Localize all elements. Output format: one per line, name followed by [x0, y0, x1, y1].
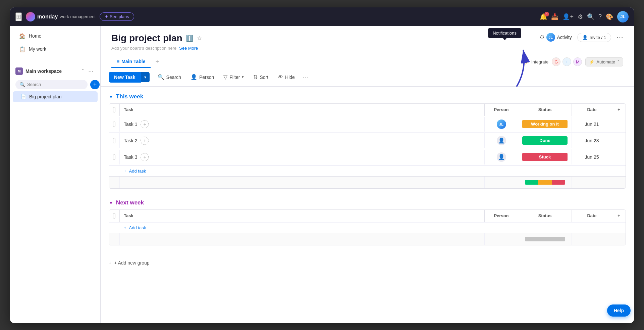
row3-person-cell: 👤 — [485, 149, 518, 165]
row1-person-avatar[interactable]: JL — [497, 120, 506, 129]
new-task-caret[interactable]: ▾ — [141, 72, 150, 82]
board-info-icon[interactable]: ℹ️ — [186, 35, 193, 42]
invite-label: Invite / 1 — [590, 35, 606, 40]
my-work-icon: 📋 — [19, 46, 25, 52]
row2-date-cell[interactable]: Jun 23 — [572, 133, 612, 148]
row2-status-badge[interactable]: Done — [522, 136, 568, 145]
board-star-icon[interactable]: ☆ — [197, 35, 202, 42]
add-task-row-next-week[interactable]: + Add task — [109, 222, 626, 233]
invite-people-icon[interactable]: 👤+ — [562, 13, 574, 20]
row1-date-cell[interactable]: Jun 21 — [572, 117, 612, 132]
see-more-link[interactable]: See More — [179, 46, 198, 51]
gmail-icon[interactable]: G — [552, 57, 560, 66]
sidebar-search-input[interactable] — [27, 82, 84, 87]
plus-icon[interactable]: + — [562, 57, 571, 66]
add-task-row-this-week[interactable]: + Add task — [109, 166, 626, 176]
workspace-header[interactable]: M Main workspace ˅ ⋯ — [10, 65, 100, 78]
activity-button[interactable]: ⏱ JL Activity — [540, 33, 572, 42]
color-picker-icon[interactable]: 🎨 — [606, 13, 613, 20]
board-description: Add your board's description here — [111, 46, 176, 51]
person-toolbar-button[interactable]: 👤 Person — [186, 72, 218, 82]
status-bar-mini2 — [525, 237, 565, 241]
row2-checkbox[interactable] — [113, 138, 115, 143]
select-all-checkbox2[interactable] — [113, 213, 115, 219]
group-title-next-week: Next week — [116, 199, 144, 206]
add-task-label: Add task — [129, 169, 146, 174]
th2-date: Date — [572, 210, 612, 222]
help-button[interactable]: Help — [607, 304, 631, 317]
automate-button[interactable]: ⚡ Automate ˄ — [585, 57, 623, 66]
sidebar-board-item[interactable]: 📄 Big project plan — [13, 91, 98, 102]
tab-main-table[interactable]: ≡ Main Table — [111, 56, 151, 68]
search-icon[interactable]: 🔍 — [587, 13, 594, 20]
sort-toolbar-icon: ⇅ — [253, 74, 258, 80]
mail-icon[interactable]: M — [573, 57, 582, 66]
automate-chevron: ˄ — [617, 59, 620, 64]
row1-add-person-icon[interactable]: + — [141, 120, 149, 128]
workspace-chevron[interactable]: ˅ — [80, 67, 86, 75]
summary2-person — [485, 233, 518, 245]
th-add-col[interactable]: + — [612, 104, 626, 116]
row1-task-name: Task 1 — [124, 122, 137, 127]
row1-status-cell: Working on it — [518, 116, 572, 132]
apps-icon[interactable]: ⚙ — [578, 13, 583, 20]
row3-date-cell[interactable]: Jun 25 — [572, 150, 612, 164]
row3-status-badge[interactable]: Stuck — [522, 153, 568, 161]
sidebar-item-home[interactable]: 🏠 Home — [15, 30, 95, 42]
add-task-icon2: + — [124, 225, 126, 230]
automate-label: Automate — [596, 59, 615, 64]
activity-avatar: JL — [546, 33, 555, 42]
row2-add-person-icon[interactable]: + — [141, 137, 149, 145]
add-tab-button[interactable]: + — [152, 56, 162, 67]
content-wrapper: Big project plan ℹ️ ☆ Add your board's d… — [101, 26, 634, 323]
grid-menu-icon[interactable]: ⊞ — [15, 12, 22, 21]
group-next-week: ▼ Next week Task Person Status — [109, 199, 626, 245]
th2-add-col[interactable]: + — [612, 210, 626, 222]
row1-status-badge[interactable]: Working on it — [522, 120, 568, 128]
add-new-group-button[interactable]: + + Add new group — [109, 256, 626, 270]
new-task-button[interactable]: New Task — [109, 72, 141, 83]
group-collapse-button[interactable]: ▼ — [109, 94, 113, 99]
workspace-more[interactable]: ⋯ — [87, 67, 95, 75]
sidebar-search-icon: 🔍 — [19, 82, 25, 87]
group-next-week-collapse-button[interactable]: ▼ — [109, 200, 113, 205]
person-toolbar-icon: 👤 — [191, 74, 197, 80]
notifications-button[interactable]: 🔔 1 — [540, 13, 547, 20]
sidebar-add-button[interactable]: + — [90, 80, 100, 89]
help-icon[interactable]: ? — [598, 13, 602, 20]
row3-checkbox[interactable] — [113, 154, 115, 160]
row1-checkbox[interactable] — [113, 122, 115, 127]
toolbar-more-button[interactable]: ⋯ — [300, 72, 312, 83]
user-avatar[interactable]: JL — [617, 11, 629, 22]
task-table-this-week: Task Person Status Date + — [109, 103, 626, 189]
th-task: Task — [120, 104, 485, 116]
integrate-area: ⚡ Integrate G + M ⚡ Automate — [524, 57, 623, 66]
activity-icon: ⏱ — [540, 35, 544, 40]
row2-person-cell: 👤 — [485, 133, 518, 149]
filter-toolbar-button[interactable]: ▽ Filter ▾ — [219, 72, 248, 82]
row1-person-cell: JL — [485, 116, 518, 132]
my-work-label: My work — [29, 46, 46, 52]
top-right-area: 🔔 1 Notifications 📥 👤+ ⚙ 🔍 ? 🎨 JL — [540, 11, 629, 22]
row3-person-empty[interactable]: 👤 — [497, 152, 506, 162]
row2-person-empty[interactable]: 👤 — [497, 136, 506, 145]
row3-add-person-icon[interactable]: + — [141, 153, 149, 161]
see-plans-button[interactable]: ✦ See plans — [100, 12, 134, 21]
summary-status — [518, 177, 572, 188]
invite-button[interactable]: 👤 Invite / 1 — [577, 33, 611, 42]
sidebar-item-my-work[interactable]: 📋 My work — [15, 43, 95, 55]
new-task-btn-group: New Task ▾ — [109, 72, 150, 83]
link-icons: G + M — [552, 57, 582, 66]
integrate-button[interactable]: ⚡ Integrate — [524, 59, 548, 64]
th2-person: Person — [485, 210, 518, 222]
select-all-checkbox[interactable] — [113, 107, 115, 112]
logo-sub: work management — [60, 14, 96, 19]
workspace-name: Main workspace — [25, 68, 77, 74]
home-icon: 🏠 — [19, 33, 25, 39]
board-more-button[interactable]: ⋯ — [616, 33, 623, 41]
hide-toolbar-button[interactable]: 👁 Hide — [274, 72, 299, 82]
filter-chevron: ▾ — [242, 75, 244, 79]
inbox-button[interactable]: 📥 — [551, 13, 558, 20]
sort-toolbar-button[interactable]: ⇅ Sort — [249, 72, 272, 82]
search-toolbar-button[interactable]: 🔍 Search — [154, 72, 185, 82]
